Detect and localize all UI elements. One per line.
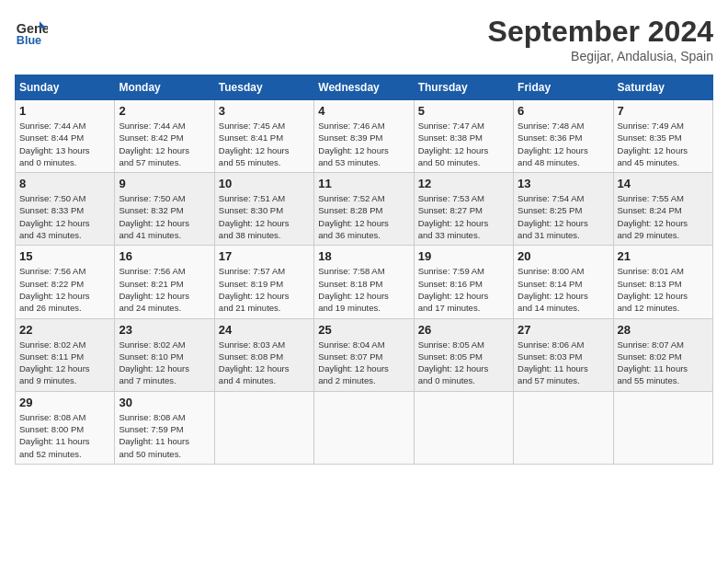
day-number: 6 (518, 104, 609, 118)
day-info: Sunrise: 7:44 AM Sunset: 8:42 PM Dayligh… (119, 120, 210, 168)
calendar-cell: 3Sunrise: 7:45 AM Sunset: 8:41 PM Daylig… (214, 100, 313, 173)
day-number: 13 (518, 177, 609, 190)
calendar-cell: 25Sunrise: 8:04 AM Sunset: 8:07 PM Dayli… (314, 318, 414, 391)
calendar-cell: 9Sunrise: 7:50 AM Sunset: 8:32 PM Daylig… (115, 173, 214, 246)
column-header-wednesday: Wednesday (314, 75, 414, 100)
calendar-cell (514, 391, 613, 464)
calendar-cell: 10Sunrise: 7:51 AM Sunset: 8:30 PM Dayli… (214, 173, 313, 246)
calendar-cell: 27Sunrise: 8:06 AM Sunset: 8:03 PM Dayli… (514, 318, 613, 391)
day-info: Sunrise: 7:55 AM Sunset: 8:24 PM Dayligh… (618, 192, 709, 241)
day-info: Sunrise: 7:45 AM Sunset: 8:41 PM Dayligh… (219, 120, 310, 168)
calendar-cell: 1Sunrise: 7:44 AM Sunset: 8:44 PM Daylig… (16, 100, 115, 173)
calendar-cell: 28Sunrise: 8:07 AM Sunset: 8:02 PM Dayli… (613, 318, 712, 391)
day-number: 24 (219, 323, 310, 337)
day-number: 17 (219, 249, 310, 263)
day-number: 27 (518, 323, 609, 337)
calendar-cell: 17Sunrise: 7:57 AM Sunset: 8:19 PM Dayli… (214, 246, 313, 318)
day-info: Sunrise: 7:56 AM Sunset: 8:21 PM Dayligh… (119, 265, 210, 314)
column-header-tuesday: Tuesday (214, 75, 313, 100)
calendar-cell: 30Sunrise: 8:08 AM Sunset: 7:59 PM Dayli… (115, 391, 214, 464)
calendar-cell: 23Sunrise: 8:02 AM Sunset: 8:10 PM Dayli… (115, 318, 214, 391)
column-header-saturday: Saturday (613, 75, 712, 100)
location-subtitle: Begijar, Andalusia, Spain (488, 49, 713, 63)
day-info: Sunrise: 7:58 AM Sunset: 8:18 PM Dayligh… (318, 265, 409, 314)
calendar-cell: 6Sunrise: 7:48 AM Sunset: 8:36 PM Daylig… (514, 100, 613, 173)
calendar-cell: 29Sunrise: 8:08 AM Sunset: 8:00 PM Dayli… (16, 391, 115, 464)
calendar-cell: 15Sunrise: 7:56 AM Sunset: 8:22 PM Dayli… (16, 246, 115, 318)
day-info: Sunrise: 8:08 AM Sunset: 7:59 PM Dayligh… (119, 411, 210, 460)
day-info: Sunrise: 8:01 AM Sunset: 8:13 PM Dayligh… (618, 265, 709, 314)
day-info: Sunrise: 7:57 AM Sunset: 8:19 PM Dayligh… (219, 265, 310, 314)
calendar-cell: 16Sunrise: 7:56 AM Sunset: 8:21 PM Dayli… (115, 246, 214, 318)
day-number: 3 (219, 104, 310, 118)
day-number: 9 (119, 177, 210, 190)
calendar-cell: 11Sunrise: 7:52 AM Sunset: 8:28 PM Dayli… (314, 173, 414, 246)
calendar-cell (414, 391, 513, 464)
day-number: 14 (618, 177, 709, 190)
day-info: Sunrise: 8:07 AM Sunset: 8:02 PM Dayligh… (618, 339, 709, 387)
logo: General Blue (15, 15, 48, 48)
calendar-body: 1Sunrise: 7:44 AM Sunset: 8:44 PM Daylig… (16, 100, 713, 465)
day-number: 21 (618, 249, 709, 263)
day-number: 2 (119, 104, 210, 118)
day-info: Sunrise: 8:06 AM Sunset: 8:03 PM Dayligh… (518, 339, 609, 387)
calendar-cell: 19Sunrise: 7:59 AM Sunset: 8:16 PM Dayli… (414, 246, 513, 318)
day-number: 28 (618, 323, 709, 337)
calendar-cell: 13Sunrise: 7:54 AM Sunset: 8:25 PM Dayli… (514, 173, 613, 246)
day-info: Sunrise: 7:46 AM Sunset: 8:39 PM Dayligh… (318, 120, 409, 168)
day-info: Sunrise: 7:56 AM Sunset: 8:22 PM Dayligh… (19, 265, 110, 314)
calendar-week-1: 1Sunrise: 7:44 AM Sunset: 8:44 PM Daylig… (16, 100, 713, 173)
svg-text:General: General (17, 21, 48, 36)
calendar-cell: 12Sunrise: 7:53 AM Sunset: 8:27 PM Dayli… (414, 173, 513, 246)
day-info: Sunrise: 7:51 AM Sunset: 8:30 PM Dayligh… (219, 192, 310, 241)
day-number: 12 (418, 177, 509, 190)
calendar-cell: 5Sunrise: 7:47 AM Sunset: 8:38 PM Daylig… (414, 100, 513, 173)
day-number: 19 (418, 249, 509, 263)
calendar-cell (214, 391, 313, 464)
calendar-cell (613, 391, 712, 464)
calendar-week-2: 8Sunrise: 7:50 AM Sunset: 8:33 PM Daylig… (16, 173, 713, 246)
column-header-monday: Monday (115, 75, 214, 100)
day-info: Sunrise: 8:05 AM Sunset: 8:05 PM Dayligh… (418, 339, 509, 387)
day-info: Sunrise: 7:47 AM Sunset: 8:38 PM Dayligh… (418, 120, 509, 168)
day-number: 8 (19, 177, 110, 190)
day-number: 23 (119, 323, 210, 337)
day-info: Sunrise: 8:00 AM Sunset: 8:14 PM Dayligh… (518, 265, 609, 314)
calendar-cell: 18Sunrise: 7:58 AM Sunset: 8:18 PM Dayli… (314, 246, 414, 318)
calendar-cell: 24Sunrise: 8:03 AM Sunset: 8:08 PM Dayli… (214, 318, 313, 391)
day-number: 16 (119, 249, 210, 263)
calendar-table: SundayMondayTuesdayWednesdayThursdayFrid… (15, 75, 713, 465)
day-info: Sunrise: 7:50 AM Sunset: 8:33 PM Dayligh… (19, 192, 110, 241)
column-header-sunday: Sunday (16, 75, 115, 100)
calendar-cell: 22Sunrise: 8:02 AM Sunset: 8:11 PM Dayli… (16, 318, 115, 391)
day-number: 11 (318, 177, 409, 190)
calendar-cell: 20Sunrise: 8:00 AM Sunset: 8:14 PM Dayli… (514, 246, 613, 318)
day-info: Sunrise: 8:08 AM Sunset: 8:00 PM Dayligh… (19, 411, 110, 460)
calendar-cell (314, 391, 414, 464)
day-number: 20 (518, 249, 609, 263)
day-number: 22 (19, 323, 110, 337)
calendar-week-4: 22Sunrise: 8:02 AM Sunset: 8:11 PM Dayli… (16, 318, 713, 391)
day-number: 7 (618, 104, 709, 118)
day-number: 4 (318, 104, 409, 118)
column-header-friday: Friday (514, 75, 613, 100)
title-block: September 2024 Begijar, Andalusia, Spain (488, 15, 713, 63)
day-number: 18 (318, 249, 409, 263)
day-number: 10 (219, 177, 310, 190)
logo-icon: General Blue (15, 15, 48, 48)
calendar-cell: 7Sunrise: 7:49 AM Sunset: 8:35 PM Daylig… (613, 100, 712, 173)
day-info: Sunrise: 8:04 AM Sunset: 8:07 PM Dayligh… (318, 339, 409, 387)
day-number: 29 (19, 396, 110, 409)
calendar-cell: 8Sunrise: 7:50 AM Sunset: 8:33 PM Daylig… (16, 173, 115, 246)
day-info: Sunrise: 7:52 AM Sunset: 8:28 PM Dayligh… (318, 192, 409, 241)
calendar-week-5: 29Sunrise: 8:08 AM Sunset: 8:00 PM Dayli… (16, 391, 713, 464)
day-number: 5 (418, 104, 509, 118)
calendar-cell: 4Sunrise: 7:46 AM Sunset: 8:39 PM Daylig… (314, 100, 414, 173)
calendar-week-3: 15Sunrise: 7:56 AM Sunset: 8:22 PM Dayli… (16, 246, 713, 318)
calendar-header-row: SundayMondayTuesdayWednesdayThursdayFrid… (16, 75, 713, 100)
day-info: Sunrise: 8:03 AM Sunset: 8:08 PM Dayligh… (219, 339, 310, 387)
day-info: Sunrise: 8:02 AM Sunset: 8:11 PM Dayligh… (19, 339, 110, 387)
day-info: Sunrise: 7:53 AM Sunset: 8:27 PM Dayligh… (418, 192, 509, 241)
day-number: 15 (19, 249, 110, 263)
day-info: Sunrise: 7:59 AM Sunset: 8:16 PM Dayligh… (418, 265, 509, 314)
